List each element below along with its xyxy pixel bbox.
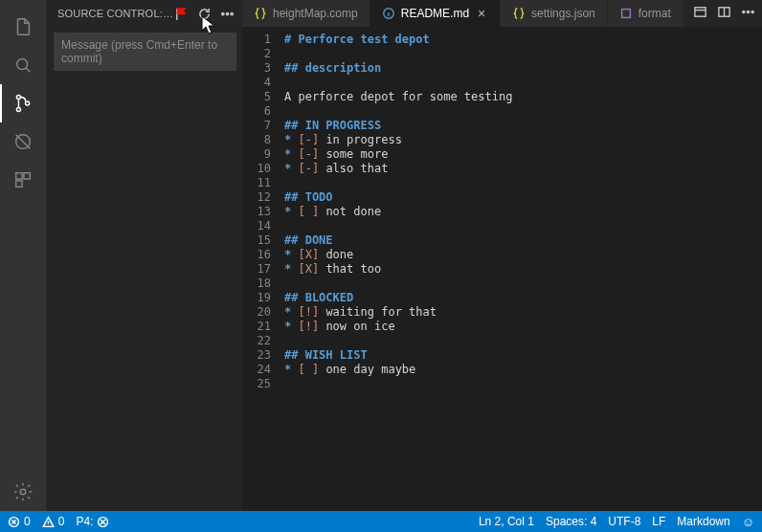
svg-point-17 <box>747 11 749 12</box>
explorer-icon[interactable] <box>0 8 46 46</box>
braces-icon <box>254 7 267 20</box>
tab-label: README.md <box>401 7 469 20</box>
more-actions-icon[interactable] <box>219 6 235 21</box>
tab-format[interactable]: format <box>608 0 684 27</box>
editor-tabs: heightMap.compREADME.md×settings.jsonfor… <box>242 0 762 27</box>
tab-label: settings.json <box>531 7 595 20</box>
status-language[interactable]: Markdown <box>677 515 729 528</box>
svg-point-2 <box>16 107 20 111</box>
status-lncol[interactable]: Ln 2, Col 1 <box>479 515 534 528</box>
status-warnings-count: 0 <box>58 515 65 528</box>
svg-point-1 <box>16 96 20 100</box>
svg-point-10 <box>226 12 228 14</box>
tab-label: heightMap.comp <box>273 7 358 20</box>
svg-point-3 <box>26 101 30 105</box>
svg-rect-14 <box>695 8 706 16</box>
perforce-flag-icon[interactable] <box>173 6 189 21</box>
scm-title: SOURCE CONTROL: PE… <box>57 8 173 19</box>
svg-rect-5 <box>16 173 22 179</box>
debug-icon[interactable] <box>0 122 46 161</box>
tab-action-preview-icon[interactable] <box>693 5 707 22</box>
refresh-icon[interactable] <box>196 6 212 21</box>
status-warnings[interactable]: 0 <box>42 515 65 528</box>
code-content[interactable]: # Perforce test depot ## description A p… <box>284 27 762 511</box>
svg-point-9 <box>221 12 223 14</box>
svg-point-18 <box>751 11 753 12</box>
info-icon <box>382 7 395 20</box>
search-icon[interactable] <box>0 46 46 84</box>
tab-settings-json[interactable]: settings.json <box>501 0 608 27</box>
tab-label: format <box>639 7 671 20</box>
line-number-gutter: 1234567891011121314151617181920212223242… <box>242 27 284 511</box>
tab-action-more-icon[interactable] <box>741 5 755 22</box>
status-eol[interactable]: LF <box>652 515 665 528</box>
editor-body[interactable]: 1234567891011121314151617181920212223242… <box>242 27 762 511</box>
settings-gear-icon[interactable] <box>0 473 46 511</box>
status-p4[interactable]: P4: <box>76 515 109 528</box>
braces-icon <box>512 7 526 20</box>
status-p4-label: P4: <box>76 515 93 528</box>
tab-heightmap-comp[interactable]: heightMap.comp <box>242 0 370 27</box>
svg-point-8 <box>20 489 26 495</box>
status-errors-count: 0 <box>24 515 31 528</box>
status-spaces[interactable]: Spaces: 4 <box>546 515 596 528</box>
editor-area: heightMap.compREADME.md×settings.jsonfor… <box>242 0 762 511</box>
svg-point-16 <box>742 11 744 12</box>
svg-point-0 <box>17 59 28 70</box>
tab-action-split-icon[interactable] <box>717 5 731 22</box>
close-icon[interactable]: × <box>475 6 488 21</box>
svg-rect-7 <box>16 181 22 187</box>
activity-bar <box>0 0 46 511</box>
svg-rect-13 <box>621 10 630 18</box>
commit-message-input[interactable]: Message (press Cmd+Enter to commit) <box>54 33 236 71</box>
scm-sidebar: SOURCE CONTROL: PE… Message (press Cmd+E… <box>46 0 242 511</box>
status-errors[interactable]: 0 <box>8 515 31 528</box>
tab-readme-md[interactable]: README.md× <box>370 0 501 27</box>
extensions-icon[interactable] <box>0 161 46 199</box>
status-encoding[interactable]: UTF-8 <box>608 515 640 528</box>
status-bar: 0 0 P4: Ln 2, Col 1 Spaces: 4 UTF-8 LF M… <box>0 511 762 532</box>
box-icon <box>619 7 633 20</box>
svg-rect-6 <box>24 173 30 179</box>
scm-icon[interactable] <box>0 84 46 122</box>
svg-point-11 <box>231 12 233 14</box>
status-feedback-icon[interactable]: ☺ <box>742 515 754 529</box>
